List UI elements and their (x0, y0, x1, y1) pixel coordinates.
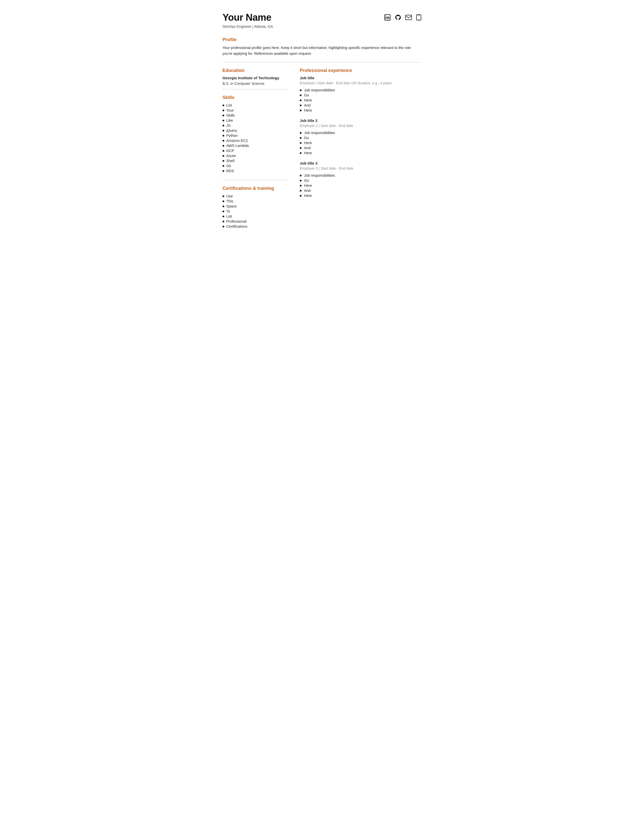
edu-school: Georgia Institute of Technology (222, 76, 288, 80)
bullet-icon (222, 105, 224, 106)
skill-label: RDS (226, 169, 234, 173)
bullet-icon (222, 165, 224, 167)
responsibility-label: And (304, 103, 311, 107)
bullet-icon (300, 147, 301, 149)
cert-label: Use (226, 194, 233, 198)
responsibility-label: Here (304, 141, 312, 145)
bullet-icon (222, 170, 224, 172)
github-icon[interactable] (395, 14, 401, 21)
responsibility-label: Here (304, 108, 312, 113)
skills-list: ListYourSkillsLikeJSjQueryPythonAmazon E… (222, 103, 288, 174)
bullet-icon (222, 140, 224, 142)
social-icons (384, 12, 422, 21)
skill-item: AWS Lambda (222, 143, 288, 148)
experience-section-title: Professional experience (300, 68, 422, 73)
bullet-icon (300, 195, 301, 197)
job-responsibility-item: And (300, 145, 422, 150)
bullet-icon (222, 135, 224, 137)
job-responsibility-item: Here (300, 108, 422, 113)
job-responsibilities-list: Job responsibilitiesGoHereAndHere (300, 130, 422, 156)
bullet-icon (300, 175, 301, 177)
job-section: Job title 3Employer 3 | Start date - End… (300, 161, 422, 198)
svg-rect-3 (406, 15, 412, 20)
skill-item: Azure (222, 153, 288, 158)
skill-label: jQuery (226, 129, 237, 132)
mail-icon[interactable] (405, 14, 412, 20)
bullet-icon (222, 145, 224, 147)
skill-label: List (226, 103, 232, 107)
responsibility-label: And (304, 188, 311, 193)
jobs-container: Job titleEmployer | Start date - End dat… (300, 76, 422, 198)
education-section: Education Georgia Institute of Technolog… (222, 68, 288, 89)
responsibility-label: Here (304, 151, 312, 155)
skill-item: Shell (222, 158, 288, 163)
resume-name: Your Name (222, 12, 273, 23)
responsibility-label: Here (304, 98, 312, 102)
job-responsibility-item: Go (300, 178, 422, 183)
linkedin-icon[interactable] (384, 14, 391, 21)
cert-label: Professional (226, 219, 246, 224)
bullet-icon (222, 155, 224, 157)
job-responsibility-item: Job responsibilities (300, 88, 422, 93)
responsibility-label: Here (304, 194, 312, 198)
bullet-icon (222, 120, 224, 121)
certifications-section: Certifications & training UseThisSpaceTo… (222, 186, 288, 229)
cert-section-title: Certifications & training (222, 186, 288, 191)
bullet-icon (222, 130, 224, 132)
bullet-icon (300, 185, 301, 187)
responsibility-label: Here (304, 183, 312, 188)
job-responsibility-item: And (300, 188, 422, 193)
skill-item: List (222, 103, 288, 108)
phone-icon[interactable] (416, 14, 422, 21)
job-employer: Employer 2 | Start date - End date (300, 124, 422, 128)
bullet-icon (222, 150, 224, 152)
cert-label: Certifications (226, 224, 248, 228)
bullet-icon (222, 211, 224, 212)
cert-item: This (222, 199, 288, 204)
bullet-icon (300, 109, 301, 111)
bullet-icon (300, 132, 301, 134)
bullet-icon (300, 105, 301, 106)
two-col-layout: Education Georgia Institute of Technolog… (222, 68, 422, 229)
cert-list: UseThisSpaceToListProfessionalCertificat… (222, 194, 288, 229)
bullet-icon (222, 109, 224, 111)
skill-label: Git (226, 164, 231, 168)
job-title: Job title (300, 76, 422, 80)
job-responsibility-item: Here (300, 140, 422, 145)
skill-item: Git (222, 163, 288, 168)
skill-item: Like (222, 118, 288, 123)
skill-item: JS (222, 123, 288, 128)
skill-item: Amazon EC2 (222, 138, 288, 143)
cert-item: Professional (222, 219, 288, 224)
job-section: Job title 2Employer 2 | Start date - End… (300, 118, 422, 156)
skill-item: RDS (222, 168, 288, 174)
bullet-icon (222, 206, 224, 207)
bullet-icon (222, 195, 224, 197)
profile-text: Your professional profile goes here. Kee… (222, 45, 422, 56)
bullet-icon (300, 100, 301, 101)
bullet-icon (222, 114, 224, 116)
resume-subtitle: DevOps Engineer | Atlanta, GA (222, 24, 273, 29)
education-section-title: Education (222, 68, 288, 73)
edu-degree: B.S. in Computer Science (222, 82, 288, 85)
responsibility-label: Job responsibilities (304, 131, 335, 135)
left-column: Education Georgia Institute of Technolog… (222, 68, 296, 229)
job-responsibilities-list: Job responsibilitiesGoHereAndHere (300, 88, 422, 113)
bullet-icon (222, 200, 224, 202)
job-responsibility-item: Here (300, 193, 422, 198)
job-responsibilities-list: Job responsibilitiesGoHereAndHere (300, 173, 422, 198)
right-column: Professional experience Job titleEmploye… (296, 68, 422, 229)
job-responsibility-item: Here (300, 150, 422, 156)
skill-item: jQuery (222, 128, 288, 133)
svg-point-2 (385, 15, 386, 16)
skill-label: Python (226, 133, 238, 138)
skill-item: GCP (222, 148, 288, 153)
job-responsibility-item: Here (300, 183, 422, 188)
skill-label: Like (226, 118, 233, 122)
skill-label: Your (226, 108, 233, 113)
job-responsibility-item: Here (300, 98, 422, 103)
bullet-icon (300, 89, 301, 91)
cert-divider (222, 180, 288, 180)
responsibility-label: Go (304, 178, 309, 182)
skill-item: Python (222, 133, 288, 138)
